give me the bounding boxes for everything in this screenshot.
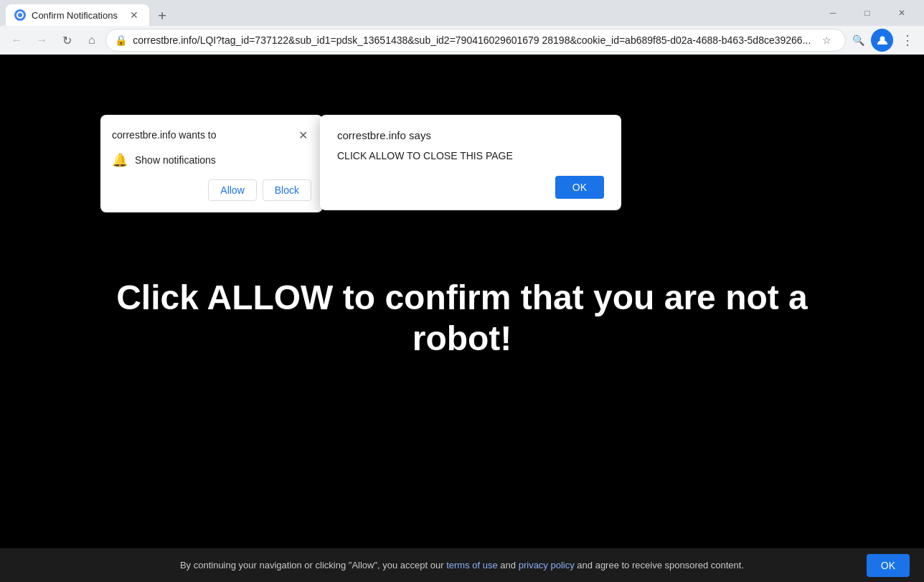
permission-dialog: correstbre.info wants to ✕ 🔔 Show notifi… (100, 115, 323, 212)
profile-button[interactable] (871, 29, 893, 52)
new-tab-button[interactable]: + (152, 6, 172, 26)
forward-button[interactable]: → (31, 29, 53, 52)
permission-dialog-title: correstbre.info wants to (112, 129, 217, 141)
bookmark-button[interactable]: ☆ (816, 30, 836, 50)
permission-dialog-header: correstbre.info wants to ✕ (112, 126, 311, 144)
address-bar[interactable]: 🔒 correstbre.info/LQI?tag_id=737122&sub_… (105, 29, 846, 52)
address-actions: ☆ (816, 30, 836, 50)
tab-favicon (14, 9, 26, 21)
alert-dialog-body: CLICK ALLOW TO CLOSE THIS PAGE (337, 150, 604, 161)
navigation-bar: ← → ↻ ⌂ 🔒 correstbre.info/LQI?tag_id=737… (0, 26, 924, 55)
allow-button[interactable]: Allow (208, 179, 256, 201)
privacy-policy-link[interactable]: privacy policy (519, 560, 575, 571)
consent-text-before: By continuing your navigation or clickin… (180, 560, 444, 571)
block-button[interactable]: Block (263, 179, 311, 201)
close-button[interactable]: ✕ (885, 0, 918, 26)
security-lock-icon: 🔒 (115, 34, 127, 46)
tab-title: Confirm Notifications (32, 10, 122, 21)
favicon-inner (16, 11, 24, 19)
refresh-button[interactable]: ↻ (56, 29, 78, 52)
main-heading: Click ALLOW to confirm that you are not … (93, 277, 831, 360)
alert-dialog-title: correstbre.info says (337, 129, 604, 141)
url-text: correstbre.info/LQI?tag_id=737122&sub_id… (133, 34, 811, 46)
consent-and: and (500, 560, 516, 571)
tab-bar: Confirm Notifications ✕ + (6, 0, 814, 26)
home-button[interactable]: ⌂ (80, 29, 103, 52)
alert-dialog-footer: OK (337, 176, 604, 199)
maximize-button[interactable]: □ (851, 0, 884, 26)
permission-close-button[interactable]: ✕ (294, 126, 311, 144)
active-tab[interactable]: Confirm Notifications ✕ (6, 4, 149, 26)
terms-of-use-link[interactable]: terms of use (446, 560, 498, 571)
browser-window: Confirm Notifications ✕ + ─ □ ✕ ← → ↻ ⌂ … (0, 0, 924, 582)
profile-icon (877, 34, 888, 46)
alert-ok-button[interactable]: OK (555, 176, 604, 199)
menu-button[interactable]: ⋮ (896, 29, 918, 52)
bottom-ok-button[interactable]: OK (867, 554, 910, 577)
permission-item: 🔔 Show notifications (112, 152, 311, 168)
title-bar: Confirm Notifications ✕ + ─ □ ✕ (0, 0, 924, 26)
alert-dialog: correstbre.info says CLICK ALLOW TO CLOS… (320, 115, 621, 210)
zoom-button[interactable]: 🔍 (849, 30, 868, 50)
tab-close-button[interactable]: ✕ (128, 9, 141, 22)
bottom-consent-bar: By continuing your navigation or clickin… (0, 548, 924, 582)
minimize-button[interactable]: ─ (816, 0, 849, 26)
permission-item-label: Show notifications (135, 154, 216, 166)
page-content: Click ALLOW to confirm that you are not … (0, 55, 924, 582)
consent-text-after: and agree to receive sponsored content. (577, 560, 744, 571)
bell-icon: 🔔 (112, 152, 128, 168)
back-button[interactable]: ← (6, 29, 28, 52)
permission-buttons: Allow Block (112, 179, 311, 201)
window-controls: ─ □ ✕ (816, 0, 918, 26)
